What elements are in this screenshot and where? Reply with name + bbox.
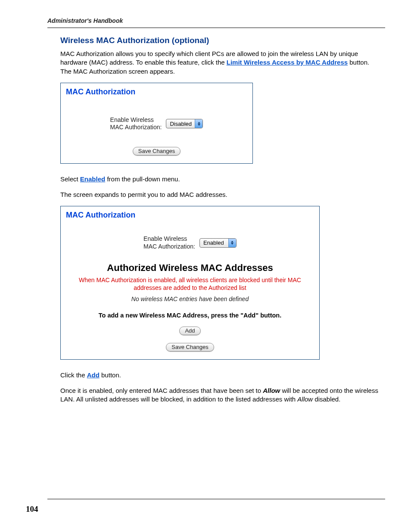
add-link[interactable]: Add [87,371,100,379]
allow-italic: Allow [297,395,313,403]
step1-paragraph: Select Enabled from the pull-down menu. [60,175,381,184]
panel1-title: MAC Authorization [61,83,252,99]
red-warning: When MAC Authorization is enabled, all w… [73,276,307,292]
intro-paragraph: MAC Authorization allows you to specify … [60,50,381,76]
panel1-label: Enable Wireless MAC Authorization: [110,116,162,131]
step3-post: button. [100,371,121,379]
closing-a: Once it is enabled, only entered MAC add… [60,387,263,394]
add-instruction: To add a new Wireless MAC Address, press… [69,312,311,319]
limit-wireless-link[interactable]: Limit Wireless Access by MAC Address [227,59,348,66]
top-rule [47,28,385,28]
step1-post: from the pull-down menu. [105,175,180,183]
enable-mac-auth-select-disabled[interactable]: Disabled [166,119,203,128]
running-header: Administrator's Handbook [26,17,385,28]
allow-bold: Allow [263,387,280,394]
authorized-heading: Authorized Wireless MAC Addresses [65,262,315,274]
select-arrows-icon [228,239,236,247]
page-number: 104 [26,504,38,514]
step2-paragraph: The screen expands to permit you to add … [60,190,381,199]
panel2-row: Enable Wireless MAC Authorization: Enabl… [61,235,319,250]
empty-note: No wireless MAC entries have been define… [61,296,319,302]
panel2-title: MAC Authorization [61,206,319,222]
save-changes-button-2[interactable]: Save Changes [166,343,214,352]
step1-pre: Select [60,175,80,183]
closing-paragraph: Once it is enabled, only entered MAC add… [60,386,381,404]
step3-pre: Click the [60,371,87,379]
closing-c: disabled. [313,395,340,403]
save-changes-button[interactable]: Save Changes [133,147,181,156]
add-button[interactable]: Add [179,327,200,335]
section-title: Wireless MAC Authorization (optional) [60,36,381,45]
select-value: Enabled [200,240,228,246]
select-arrows-icon [195,119,202,128]
mac-auth-panel-disabled: MAC Authorization Enable Wireless MAC Au… [60,83,253,164]
bottom-rule [47,499,385,499]
mac-auth-panel-enabled: MAC Authorization Enable Wireless MAC Au… [60,206,320,359]
step3-paragraph: Click the Add button. [60,371,381,380]
enabled-link[interactable]: Enabled [80,175,105,183]
enable-mac-auth-select-enabled[interactable]: Enabled [199,238,237,248]
panel1-row: Enable Wireless MAC Authorization: Disab… [61,116,252,131]
panel2-label: Enable Wireless MAC Authorization: [143,235,195,250]
select-value: Disabled [166,121,195,127]
